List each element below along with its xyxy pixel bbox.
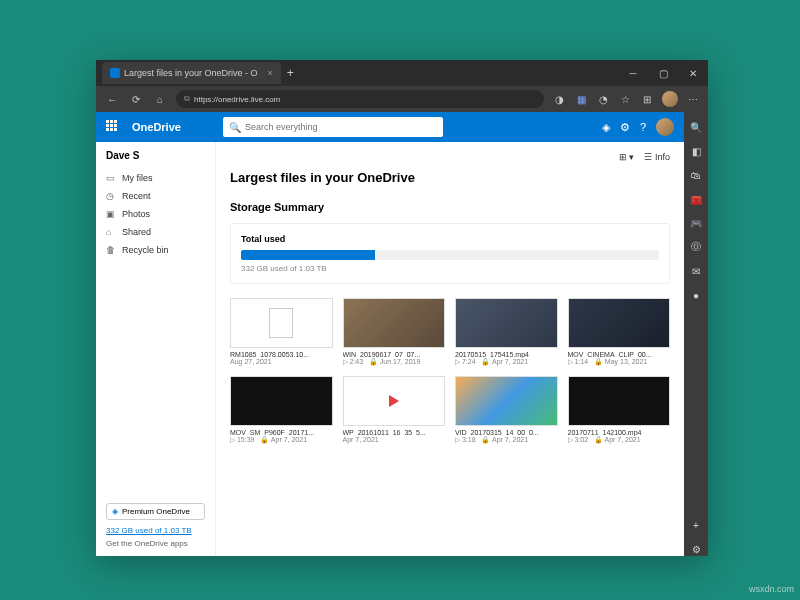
file-thumbnail — [568, 376, 671, 426]
browser-tab[interactable]: Largest files in your OneDrive - O × — [102, 62, 281, 84]
sidebar-outlook-icon[interactable]: ✉ — [689, 264, 703, 278]
storage-link[interactable]: 332 GB used of 1.03 TB — [106, 526, 205, 535]
file-thumbnail — [230, 298, 333, 348]
app-launcher-icon[interactable] — [106, 120, 120, 134]
sidebar-office-icon[interactable]: Ⓞ — [689, 240, 703, 254]
file-name: MOV_SM_P960F_20171... — [230, 429, 333, 436]
brand-name: OneDrive — [132, 121, 181, 133]
tab-title: Largest files in your OneDrive - O — [124, 68, 258, 78]
premium-icon[interactable]: ◈ — [602, 121, 610, 134]
sidebar-games-icon[interactable]: 🎮 — [689, 216, 703, 230]
profile-avatar[interactable] — [662, 91, 678, 107]
app-area: OneDrive 🔍 ◈ ⚙ ? Dave S ▭My files◷Recent… — [96, 112, 708, 556]
nav-label: Recent — [122, 191, 151, 201]
watermark: wsxdn.com — [749, 584, 794, 594]
close-tab-icon[interactable]: × — [268, 68, 273, 78]
file-thumbnail — [455, 376, 558, 426]
file-thumbnail — [568, 298, 671, 348]
minimize-button[interactable]: ─ — [618, 60, 648, 86]
home-button[interactable]: ⌂ — [152, 91, 168, 107]
file-meta: Apr 7, 2021 — [343, 436, 446, 443]
account-avatar[interactable] — [656, 118, 674, 136]
user-name: Dave S — [106, 150, 205, 161]
file-thumbnail — [343, 298, 446, 348]
file-item[interactable]: VID_20170315_14_00_0...▷ 3:18 🔒 Apr 7, 2… — [455, 376, 558, 444]
maximize-button[interactable]: ▢ — [648, 60, 678, 86]
diamond-icon: ◈ — [112, 507, 118, 516]
address-bar: ← ⟳ ⌂ ⧉ https://onedrive.live.com ◑ ▦ ◔ … — [96, 86, 708, 112]
file-thumbnail — [343, 376, 446, 426]
lock-icon: ⧉ — [184, 94, 190, 104]
file-item[interactable]: WP_20161011_16_35_5...Apr 7, 2021 — [343, 376, 446, 444]
sidebar-spotify-icon[interactable]: ● — [689, 288, 703, 302]
view-toggle[interactable]: ⊞ ▾ — [619, 152, 635, 162]
premium-label: Premium OneDrive — [122, 507, 190, 516]
search-input[interactable] — [245, 122, 437, 132]
close-window-button[interactable]: ✕ — [678, 60, 708, 86]
file-item[interactable]: 20170711_142100.mp4▷ 3:02 🔒 Apr 7, 2021 — [568, 376, 671, 444]
file-name: WP_20161011_16_35_5... — [343, 429, 446, 436]
sidebar-settings-icon[interactable]: ⚙ — [689, 542, 703, 556]
total-used-label: Total used — [241, 234, 659, 244]
tracking-icon[interactable]: ◑ — [552, 92, 566, 106]
sidebar-shopping-icon[interactable]: 🛍 — [689, 168, 703, 182]
file-name: RM1085_1078.0053.10... — [230, 351, 333, 358]
file-thumbnail — [455, 298, 558, 348]
file-name: WIN_20190617_07_07... — [343, 351, 446, 358]
sidebar-item-my-files[interactable]: ▭My files — [106, 169, 205, 187]
sidebar-item-shared[interactable]: ⌂Shared — [106, 223, 205, 241]
main-body: ⊞ ▾ ☰ Info Largest files in your OneDriv… — [216, 142, 684, 556]
sidebar-item-photos[interactable]: ▣Photos — [106, 205, 205, 223]
file-item[interactable]: MOV_CINEMA_CLIP_00...▷ 1:14 🔒 May 13, 20… — [568, 298, 671, 366]
info-toggle[interactable]: ☰ Info — [644, 152, 670, 162]
settings-icon[interactable]: ⚙ — [620, 121, 630, 134]
left-nav: Dave S ▭My files◷Recent▣Photos⌂Shared🗑Re… — [96, 142, 216, 556]
titlebar: Largest files in your OneDrive - O × + ─… — [96, 60, 708, 86]
sidebar-item-recycle-bin[interactable]: 🗑Recycle bin — [106, 241, 205, 259]
help-icon[interactable]: ? — [640, 121, 646, 133]
storage-progress — [241, 250, 659, 260]
search-box[interactable]: 🔍 — [223, 117, 443, 137]
nav-label: My files — [122, 173, 153, 183]
file-name: VID_20170315_14_00_0... — [455, 429, 558, 436]
premium-button[interactable]: ◈ Premium OneDrive — [106, 503, 205, 520]
file-item[interactable]: RM1085_1078.0053.10...Aug 27, 2021 — [230, 298, 333, 366]
file-meta: ▷ 7:24 🔒 Apr 7, 2021 — [455, 358, 558, 366]
page-title: Largest files in your OneDrive — [230, 170, 670, 185]
play-icon — [389, 395, 399, 407]
refresh-button[interactable]: ⟳ — [128, 91, 144, 107]
edge-sidebar: 🔍 ◧ 🛍 🧰 🎮 Ⓞ ✉ ● + ⚙ — [684, 112, 708, 556]
file-meta: ▷ 1:14 🔒 May 13, 2021 — [568, 358, 671, 366]
collections-icon[interactable]: ⊞ — [640, 92, 654, 106]
url-box[interactable]: ⧉ https://onedrive.live.com — [176, 90, 544, 108]
browser-window: Largest files in your OneDrive - O × + ─… — [96, 60, 708, 556]
file-item[interactable]: 20170515_175415.mp4▷ 7:24 🔒 Apr 7, 2021 — [455, 298, 558, 366]
nav-label: Shared — [122, 227, 151, 237]
file-thumbnail — [230, 376, 333, 426]
sidebar-add-icon[interactable]: + — [689, 518, 703, 532]
file-meta: ▷ 3:02 🔒 Apr 7, 2021 — [568, 436, 671, 444]
new-tab-button[interactable]: + — [287, 66, 294, 80]
file-item[interactable]: WIN_20190617_07_07...▷ 2:43 🔒 Jun 17, 20… — [343, 298, 446, 366]
sidebar-search-icon[interactable]: 🔍 — [689, 120, 703, 134]
trash-icon: 🗑 — [106, 245, 116, 255]
sidebar-item-recent[interactable]: ◷Recent — [106, 187, 205, 205]
more-icon[interactable]: ⋯ — [686, 92, 700, 106]
onedrive-favicon — [110, 68, 120, 78]
sidebar-tool-icon[interactable]: ◧ — [689, 144, 703, 158]
back-button[interactable]: ← — [104, 91, 120, 107]
storage-card: Total used 332 GB used of 1.03 TB — [230, 223, 670, 284]
photo-icon: ▣ — [106, 209, 116, 219]
get-apps-link[interactable]: Get the OneDrive apps — [106, 539, 205, 548]
file-name: 20170515_175415.mp4 — [455, 351, 558, 358]
extension-icon[interactable]: ▦ — [574, 92, 588, 106]
file-meta: ▷ 2:43 🔒 Jun 17, 2019 — [343, 358, 446, 366]
file-item[interactable]: MOV_SM_P960F_20171...▷ 15:39 🔒 Apr 7, 20… — [230, 376, 333, 444]
favorites-icon[interactable]: ☆ — [618, 92, 632, 106]
url-text: https://onedrive.live.com — [194, 95, 280, 104]
shopping-icon[interactable]: ◔ — [596, 92, 610, 106]
nav-label: Recycle bin — [122, 245, 169, 255]
clock-icon: ◷ — [106, 191, 116, 201]
suite-header: OneDrive 🔍 ◈ ⚙ ? — [96, 112, 684, 142]
sidebar-tools-icon[interactable]: 🧰 — [689, 192, 703, 206]
